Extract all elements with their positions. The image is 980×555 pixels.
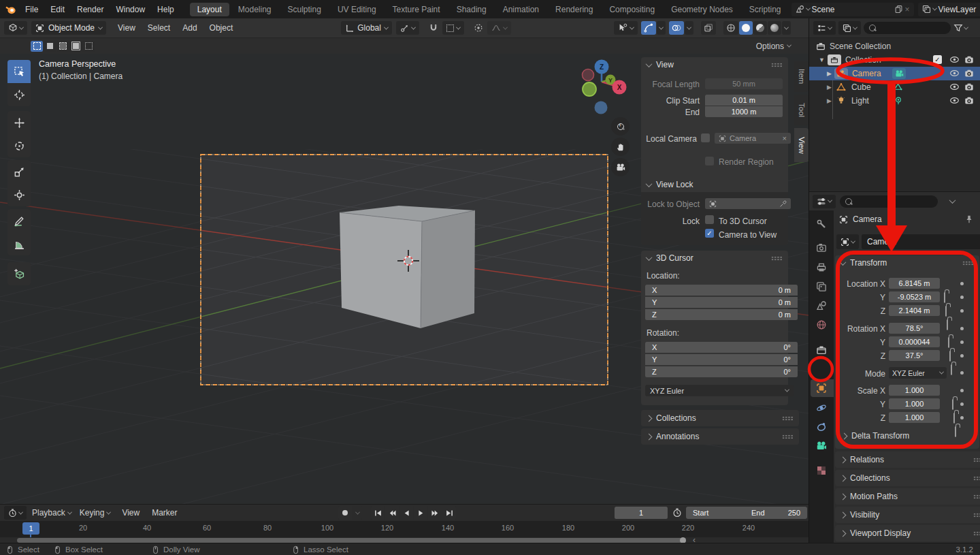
visibility-panel-collapsed[interactable]: Visibility — [835, 507, 980, 523]
lock-icon[interactable] — [951, 364, 952, 375]
cursor-rot-z[interactable]: Z0° — [645, 366, 798, 377]
local-camera-field[interactable]: Camera × — [715, 133, 791, 144]
scale-y-field[interactable]: 1.000 — [889, 398, 940, 409]
gizmos-dropdown[interactable] — [657, 21, 666, 35]
animate-dot[interactable] — [960, 389, 964, 392]
select-mode-subtract-button[interactable] — [56, 41, 69, 52]
clip-start-field[interactable]: 0.01 m — [705, 95, 783, 106]
shading-wireframe-button[interactable] — [723, 21, 738, 35]
to-3d-cursor-checkbox[interactable] — [705, 215, 714, 224]
select-mode-invert-button[interactable] — [69, 41, 82, 52]
sidebar-tab-tool[interactable]: Tool — [794, 95, 808, 125]
panel-grip[interactable] — [771, 63, 783, 67]
panel-grip[interactable] — [782, 434, 794, 439]
tab-object[interactable] — [816, 383, 827, 394]
scene-selector[interactable]: Scene × — [791, 3, 914, 16]
camera-data-icon[interactable] — [892, 68, 906, 79]
tool-cursor[interactable] — [7, 83, 31, 106]
object-id-dropdown[interactable] — [836, 234, 859, 249]
disclosure-closed-icon[interactable]: ▶ — [827, 84, 832, 91]
sidebar-tab-view[interactable]: View — [794, 128, 808, 162]
proportional-falloff-button[interactable] — [487, 21, 511, 35]
animate-dot[interactable] — [960, 327, 964, 330]
workspace-tab-uv-editing[interactable]: UV Editing — [330, 3, 384, 16]
select-mode-intersect-button[interactable] — [82, 41, 95, 52]
camera-view-button[interactable] — [611, 158, 630, 176]
auto-keying-button[interactable] — [338, 506, 352, 520]
workspace-tab-modeling[interactable]: Modeling — [231, 3, 279, 16]
rotation-mode-dropdown[interactable]: XYZ Euler — [889, 367, 947, 379]
cursor-loc-z[interactable]: Z0 m — [645, 309, 798, 320]
lock-icon[interactable] — [953, 413, 955, 424]
jump-to-start-button[interactable] — [371, 506, 385, 520]
panel-grip[interactable] — [973, 494, 980, 499]
timeline-editor-type-button[interactable] — [4, 506, 27, 520]
workspace-tab-compositing[interactable]: Compositing — [602, 3, 662, 16]
cursor-loc-x[interactable]: X0 m — [645, 285, 798, 296]
animate-dot[interactable] — [960, 354, 964, 358]
clip-end-field[interactable]: 1000 m — [705, 106, 783, 117]
collections-panel-collapsed[interactable]: Collections — [835, 470, 980, 486]
hide-eye-icon[interactable] — [949, 68, 960, 78]
proportional-editing-toggle[interactable] — [471, 21, 486, 35]
shading-solid-button[interactable] — [739, 21, 753, 35]
pivot-point-button[interactable] — [396, 21, 419, 35]
menu-select[interactable]: Select — [142, 23, 176, 33]
close-scene-icon[interactable]: × — [905, 5, 910, 14]
panel-grip[interactable] — [973, 531, 980, 536]
scale-x-field[interactable]: 1.000 — [889, 385, 940, 396]
menu-window[interactable]: Window — [110, 5, 151, 14]
tab-physics[interactable] — [816, 402, 827, 413]
workspace-tab-layout[interactable]: Layout — [190, 3, 229, 16]
render-visibility-icon[interactable] — [964, 69, 974, 78]
outliner-row-collection[interactable]: ▼ Collection ✓ — [809, 53, 980, 67]
shading-dropdown[interactable] — [782, 21, 791, 35]
panel-grip[interactable] — [771, 256, 783, 261]
loc-y-field[interactable]: -9.0523 m — [889, 291, 940, 302]
properties-options-chevron[interactable] — [949, 197, 956, 204]
outliner-row-cube[interactable]: ▶ Cube — [809, 80, 980, 94]
current-frame-field[interactable]: 1 — [615, 507, 668, 519]
disclosure-closed-icon[interactable]: ▶ — [827, 97, 832, 104]
select-mode-new-button[interactable] — [31, 41, 43, 52]
next-keyframe-button[interactable] — [428, 506, 442, 520]
timeline-marker-menu[interactable]: Marker — [146, 508, 183, 518]
tool-scale[interactable] — [7, 160, 31, 183]
workspace-tab-scripting[interactable]: Scripting — [742, 3, 789, 16]
playhead-badge[interactable]: 1 — [22, 522, 39, 535]
lock-icon[interactable] — [945, 306, 947, 317]
viewlayer-selector[interactable]: ViewLayer × — [918, 3, 980, 16]
keying-dropdown[interactable] — [353, 506, 362, 520]
local-camera-checkbox[interactable] — [701, 133, 710, 142]
animate-dot[interactable] — [960, 416, 964, 419]
workspace-tab-texture-paint[interactable]: Texture Paint — [385, 3, 448, 16]
loc-x-field[interactable]: 6.8145 m — [889, 278, 940, 289]
blender-logo-icon[interactable] — [5, 4, 16, 15]
cursor-rotation-mode-dropdown[interactable]: XYZ Euler — [645, 385, 794, 396]
render-region-checkbox[interactable] — [705, 157, 714, 165]
eyedropper-icon[interactable] — [779, 200, 787, 208]
default-cube[interactable] — [340, 206, 475, 328]
tab-texture[interactable] — [816, 465, 827, 476]
collections-panel-collapsed[interactable]: Collections — [641, 410, 799, 426]
cursor-loc-y[interactable]: Y0 m — [645, 297, 798, 308]
scale-z-field[interactable]: 1.000 — [889, 412, 940, 423]
workspace-tab-shading[interactable]: Shading — [449, 3, 494, 16]
rot-x-field[interactable]: 78.5° — [889, 323, 940, 334]
workspace-tab-sculpting[interactable]: Sculpting — [280, 3, 329, 16]
tool-measure[interactable] — [7, 232, 31, 255]
workspace-tab-rendering[interactable]: Rendering — [548, 3, 600, 16]
lock-icon[interactable] — [947, 319, 948, 330]
lock-icon[interactable] — [955, 426, 956, 437]
viewlayer-name[interactable]: ViewLayer — [938, 5, 980, 14]
mesh-data-icon[interactable] — [894, 82, 902, 91]
object-name-field[interactable]: Camera — [862, 234, 980, 249]
render-visibility-icon[interactable] — [964, 82, 974, 92]
relations-panel-collapsed[interactable]: Relations — [835, 451, 980, 468]
timeline-ruler[interactable]: 1 20 40 60 80 100 120 140 160 180 200 22… — [0, 521, 808, 537]
tab-world[interactable] — [816, 319, 827, 330]
light-data-icon[interactable] — [894, 96, 903, 106]
motion-paths-panel-collapsed[interactable]: Motion Paths — [835, 488, 980, 505]
disclosure-closed-icon[interactable]: ▶ — [827, 70, 832, 77]
render-visibility-icon[interactable] — [964, 55, 974, 65]
